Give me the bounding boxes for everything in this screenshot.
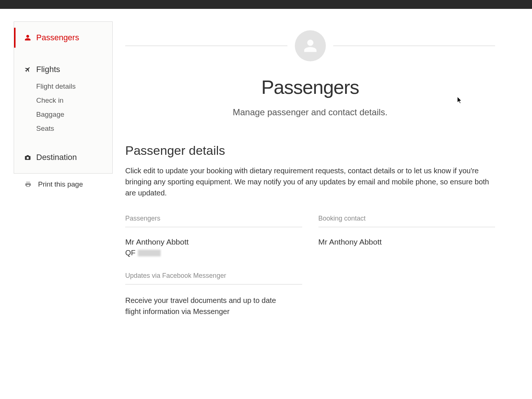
passenger-code-redacted <box>138 250 161 256</box>
messenger-desc: Receive your travel documents and up to … <box>125 295 280 317</box>
passenger-code-prefix: QF <box>125 249 136 257</box>
passengers-column: Passengers Mr Anthony Abbott QF Updates … <box>125 215 302 317</box>
sidebar-item-flights[interactable]: Flights <box>14 59 112 79</box>
sidebar-item-destination[interactable]: Destination <box>14 147 112 167</box>
camera-icon <box>24 154 31 161</box>
booking-contact-column: Booking contact Mr Anthony Abbott <box>318 215 495 317</box>
sidebar-item-passengers[interactable]: Passengers <box>14 28 112 48</box>
page-title: Passengers <box>125 76 495 98</box>
section-title-passenger-details: Passenger details <box>125 143 495 158</box>
sidebar-destination-label: Destination <box>36 153 77 162</box>
sidebar-flights-label: Flights <box>36 65 60 74</box>
main-content: Passengers Manage passenger and contact … <box>113 21 532 332</box>
section-desc: Click edit to update your booking with d… <box>125 165 495 198</box>
passenger-code: QF <box>125 249 302 257</box>
sidebar-passengers-label: Passengers <box>36 33 79 42</box>
person-icon <box>303 38 318 53</box>
hero-divider-left <box>125 45 287 46</box>
sidebar-sub-flight-details[interactable]: Flight details <box>14 79 112 93</box>
passengers-header: Passengers <box>125 215 302 227</box>
print-icon <box>25 181 31 188</box>
top-bar <box>0 0 532 9</box>
sidebar-sub-check-in[interactable]: Check in <box>14 93 112 108</box>
sidebar-sub-seats[interactable]: Seats <box>14 122 112 136</box>
person-icon <box>24 34 31 41</box>
sidebar-sub-baggage[interactable]: Baggage <box>14 108 112 122</box>
print-this-page[interactable]: Print this page <box>14 174 113 188</box>
avatar-circle <box>295 30 326 61</box>
passenger-name: Mr Anthony Abbott <box>125 238 302 246</box>
sidebar: Passengers Flights Flight details Check … <box>14 21 113 332</box>
page-subtitle: Manage passenger and contact details. <box>125 107 495 117</box>
hero <box>125 30 495 61</box>
booking-contact-header: Booking contact <box>318 215 495 227</box>
sidebar-nav: Passengers Flights Flight details Check … <box>14 21 113 174</box>
hero-divider-right <box>333 45 495 46</box>
booking-contact-name: Mr Anthony Abbott <box>318 238 495 246</box>
messenger-header: Updates via Facebook Messenger <box>125 272 302 284</box>
print-label: Print this page <box>38 180 83 188</box>
plane-icon <box>24 66 31 73</box>
